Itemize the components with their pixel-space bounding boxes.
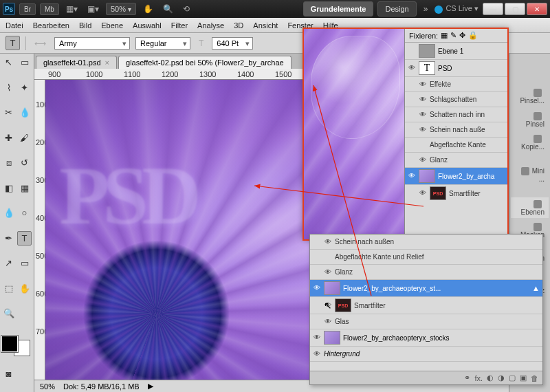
workspace-more-icon[interactable]: » bbox=[421, 3, 431, 15]
type-tool[interactable]: T bbox=[17, 231, 32, 246]
status-zoom[interactable]: 50% bbox=[40, 382, 55, 391]
gradient-tool[interactable]: ▦ bbox=[17, 181, 32, 195]
adjust-icon[interactable]: ◑ bbox=[498, 373, 505, 382]
eyedropper-tool[interactable]: 💧 bbox=[17, 105, 32, 120]
brush-tool[interactable]: 🖌 bbox=[17, 131, 32, 145]
photoshop-icon: Ps bbox=[3, 3, 15, 15]
heal-tool[interactable]: ✚ bbox=[1, 131, 16, 145]
close-button[interactable]: ✕ bbox=[527, 3, 547, 15]
psd-glass-text: PSD bbox=[59, 149, 195, 243]
layer-smartfilter[interactable]: 👁PSD↖Smartfilter bbox=[310, 297, 542, 314]
type-tool-icon[interactable]: T bbox=[6, 36, 20, 50]
status-doc: Dok: 5,49 MB/16,1 MB bbox=[63, 382, 140, 391]
crop-tool[interactable]: ✂ bbox=[1, 105, 16, 120]
dock-ebenen[interactable]: Ebenen bbox=[511, 197, 549, 217]
tab-glaseffekt-02[interactable]: glaseffekt-02.psd bei 50% (Flower2_by_ar… bbox=[118, 56, 292, 69]
font-size-select[interactable]: 640 Pt bbox=[212, 37, 253, 50]
3d-tool[interactable]: ⬚ bbox=[1, 281, 16, 296]
tab-glaseffekt-01[interactable]: glaseffekt-01.psd× bbox=[36, 56, 117, 69]
quickmask-tool[interactable]: ◙ bbox=[1, 367, 16, 381]
menu-ansicht[interactable]: Ansicht bbox=[253, 21, 278, 30]
rotate-icon[interactable]: ⟲ bbox=[180, 3, 192, 15]
layer-fx[interactable]: Abgeflachte Kante bbox=[405, 138, 507, 153]
menu-datei[interactable]: Datei bbox=[6, 21, 23, 30]
new-layer-icon[interactable]: ▣ bbox=[520, 373, 527, 382]
layer-row[interactable]: 👁TPSD bbox=[405, 60, 507, 77]
marquee-tool[interactable]: ▭ bbox=[17, 55, 32, 69]
minibridge-button[interactable]: Mb bbox=[40, 3, 59, 15]
layer-fx[interactable]: 👁Glas bbox=[310, 314, 542, 329]
font-size-icon: T bbox=[196, 37, 206, 50]
hand-icon[interactable]: ✋ bbox=[140, 3, 156, 15]
hand-tool[interactable]: ✋ bbox=[17, 281, 32, 296]
dock-mini[interactable]: Mini ... bbox=[511, 165, 549, 185]
lock-move-icon[interactable]: ✥ bbox=[459, 31, 465, 40]
font-style-select[interactable]: Regular bbox=[135, 37, 190, 50]
dock-kopie[interactable]: Kopie... bbox=[511, 133, 549, 153]
cursor-icon: ↖ bbox=[324, 300, 332, 311]
ruler-vertical: 100200300400500600700 bbox=[34, 80, 45, 380]
menu-filter[interactable]: Filter bbox=[171, 21, 188, 30]
fx-icon[interactable]: fx. bbox=[474, 374, 483, 382]
cs-live-button[interactable]: CS Live ▾ bbox=[434, 4, 478, 13]
pen-tool[interactable]: ✒ bbox=[1, 231, 16, 246]
blur-tool[interactable]: 💧 bbox=[1, 206, 16, 220]
bridge-button[interactable]: Br bbox=[19, 3, 36, 15]
menu-3d[interactable]: 3D bbox=[234, 21, 243, 30]
workspace-design[interactable]: Design bbox=[377, 1, 416, 17]
layer-row[interactable]: Ebene 1 bbox=[405, 43, 507, 60]
maximize-button[interactable]: ▢ bbox=[505, 3, 525, 15]
dock-pinsel-vor[interactable]: Pinsel... bbox=[511, 87, 549, 107]
layer-fx[interactable]: 👁Glanz bbox=[310, 265, 542, 280]
layer-fx[interactable]: Abgeflachte Kante und Relief bbox=[310, 250, 542, 265]
menu-bearbeiten[interactable]: Bearbeiten bbox=[33, 21, 69, 30]
move-tool[interactable]: ↖ bbox=[1, 55, 16, 69]
layer-fx[interactable]: 👁Schein nach außen bbox=[310, 235, 542, 250]
dock-pinsel[interactable]: Pinsel bbox=[511, 109, 549, 129]
layer-row[interactable]: 👁Hintergrund bbox=[310, 347, 542, 362]
eraser-tool[interactable]: ◧ bbox=[1, 181, 16, 195]
wand-tool[interactable]: ✦ bbox=[17, 80, 32, 95]
zoom-level[interactable]: 50% ▾ bbox=[106, 3, 136, 15]
menu-analyse[interactable]: Analyse bbox=[197, 21, 224, 30]
layer-fx[interactable]: 👁Glanz bbox=[405, 153, 507, 168]
shape-tool[interactable]: ▭ bbox=[17, 256, 32, 270]
layer-row[interactable]: 👁Flower2_by_archaeopteryx_stocks bbox=[310, 329, 542, 347]
close-tab-icon[interactable]: × bbox=[105, 58, 109, 67]
font-family-select[interactable]: Army bbox=[54, 37, 130, 50]
menu-bild[interactable]: Bild bbox=[79, 21, 91, 30]
stamp-tool[interactable]: ⧇ bbox=[1, 155, 16, 170]
link-icon[interactable]: ⚭ bbox=[464, 373, 470, 382]
mask-icon[interactable]: ◐ bbox=[487, 373, 494, 382]
layer-row-selected[interactable]: 👁Flower2_by_archa bbox=[405, 168, 507, 185]
lock-options: Fixieren: ▦ ✎ ✥ 🔒 bbox=[405, 29, 507, 43]
dodge-tool[interactable]: ○ bbox=[17, 206, 32, 220]
history-brush-tool[interactable]: ↺ bbox=[17, 155, 32, 170]
layer-row-selected[interactable]: 👁Flower2_by_archaeopteryx_st...▲ bbox=[310, 280, 542, 297]
menu-auswahl[interactable]: Auswahl bbox=[133, 21, 162, 30]
lock-pixels-icon[interactable]: ▦ bbox=[441, 31, 448, 40]
zoom-tool[interactable]: 🔍 bbox=[1, 306, 16, 320]
menu-ebene[interactable]: Ebene bbox=[101, 21, 123, 30]
minimize-button[interactable]: — bbox=[483, 3, 503, 15]
layer-fx[interactable]: 👁Schlagschatten bbox=[405, 92, 507, 107]
screen-mode-icon[interactable]: ▣▾ bbox=[85, 3, 102, 15]
layer-fx[interactable]: 👁Effekte bbox=[405, 77, 507, 92]
color-swatches[interactable] bbox=[1, 336, 30, 356]
lasso-tool[interactable]: ⌇ bbox=[1, 80, 16, 95]
lock-all-icon[interactable]: 🔒 bbox=[468, 31, 478, 40]
layers-panel: 👁Schein nach außen Abgeflachte Kante und… bbox=[309, 234, 543, 385]
trash-icon[interactable]: 🗑 bbox=[531, 374, 538, 382]
status-arrow-icon[interactable]: ▶ bbox=[148, 382, 153, 391]
folder-icon[interactable]: ▢ bbox=[509, 373, 516, 382]
layer-fx[interactable]: 👁Schein nach auße bbox=[405, 122, 507, 138]
eye-icon[interactable]: 👁 bbox=[408, 64, 416, 72]
text-orientation-icon[interactable]: ⟷ bbox=[32, 37, 49, 50]
arrange-icon[interactable]: ▦▾ bbox=[63, 3, 80, 15]
workspace-grundelemente[interactable]: Grundelemente bbox=[303, 1, 374, 17]
path-tool[interactable]: ↗ bbox=[1, 256, 16, 270]
layer-smartfilter[interactable]: 👁PSDSmartfilter bbox=[405, 185, 507, 201]
lock-brush-icon[interactable]: ✎ bbox=[450, 31, 456, 40]
layer-fx[interactable]: 👁Schatten nach inn bbox=[405, 107, 507, 122]
zoom-icon[interactable]: 🔍 bbox=[160, 3, 176, 15]
